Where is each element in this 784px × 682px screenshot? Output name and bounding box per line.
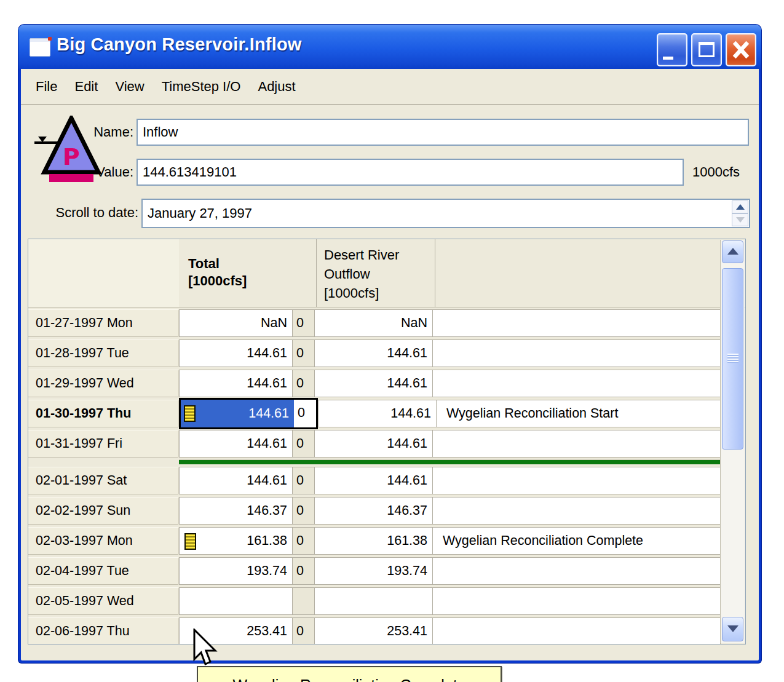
date-cell[interactable]: 01-30-1997 Thu xyxy=(28,400,179,427)
menu-edit[interactable]: Edit xyxy=(66,75,106,98)
total-cell[interactable]: 144.61 xyxy=(179,339,292,367)
flag-cell[interactable]: 0 xyxy=(292,309,314,337)
flag-cell[interactable]: 0 xyxy=(292,339,314,367)
note-cell[interactable]: Wygelian Reconciliation Start xyxy=(436,400,721,427)
page: { "window": { "title": "Big Canyon Reser… xyxy=(0,0,784,682)
desert-cell[interactable]: 193.74 xyxy=(314,557,432,585)
scrollbar-down-button[interactable] xyxy=(722,617,743,641)
total-cell[interactable] xyxy=(179,587,292,615)
desert-cell[interactable]: 144.61 xyxy=(314,370,432,397)
flag-cell[interactable]: 0 xyxy=(294,400,316,427)
menu-adjust[interactable]: Adjust xyxy=(249,75,304,98)
date-cell[interactable]: 01-27-1997 Mon xyxy=(28,309,179,337)
scroll-to-date-label: Scroll to date: xyxy=(30,205,138,221)
flag-cell[interactable] xyxy=(292,587,314,615)
flag-cell[interactable]: 0 xyxy=(292,617,314,644)
desert-cell[interactable]: 253.41 xyxy=(314,617,432,644)
close-icon xyxy=(727,34,755,65)
date-cell[interactable]: 02-04-1997 Tue xyxy=(28,557,179,585)
date-cell[interactable]: 02-01-1997 Sat xyxy=(28,467,179,494)
table-row: 02-05-1997 Wed xyxy=(28,587,721,615)
units-label: 1000cfs xyxy=(692,164,740,180)
desert-cell[interactable]: 144.61 xyxy=(314,430,432,458)
note-cell[interactable] xyxy=(432,557,721,585)
note-cell[interactable] xyxy=(432,339,721,367)
up-arrow-icon xyxy=(736,204,745,210)
total-cell[interactable]: 144.61 xyxy=(179,467,292,494)
table-row: 01-31-1997 Fri 144.61 0 144.61 xyxy=(28,430,721,458)
minimize-button[interactable] xyxy=(657,33,687,66)
total-cell[interactable]: 193.74 xyxy=(179,557,292,585)
scrollbar-grip xyxy=(727,354,738,363)
date-column-header[interactable] xyxy=(28,239,179,307)
menu-view[interactable]: View xyxy=(106,75,152,98)
scroll-to-date-input[interactable] xyxy=(141,199,750,228)
desert-cell[interactable]: 146.37 xyxy=(314,497,432,525)
note-cell[interactable]: Wygelian Reconciliation Complete xyxy=(432,527,721,555)
note-cell[interactable] xyxy=(432,309,721,337)
total-cell[interactable]: 161.38 xyxy=(179,527,292,555)
desert-cell[interactable]: 161.38 xyxy=(314,527,432,555)
flag-cell[interactable]: 0 xyxy=(292,497,314,525)
total-cell[interactable]: 146.37 xyxy=(179,497,292,525)
flag-cell[interactable]: 0 xyxy=(292,557,314,585)
table-row-selected: 01-30-1997 Thu 144.61 0 144.61 Wygelian … xyxy=(28,400,721,427)
menu-file[interactable]: File xyxy=(27,75,66,98)
date-cell[interactable]: 02-05-1997 Wed xyxy=(28,587,179,615)
date-cell[interactable]: 02-06-1997 Thu xyxy=(28,617,179,644)
flag-cell[interactable]: 0 xyxy=(292,430,314,458)
maximize-button[interactable] xyxy=(691,33,722,66)
desert-cell[interactable]: 144.61 xyxy=(318,400,436,427)
note-cell[interactable] xyxy=(432,497,721,525)
desert-cell[interactable]: 144.61 xyxy=(314,339,432,367)
total-cell[interactable]: 144.61 xyxy=(179,430,292,458)
note-cell[interactable] xyxy=(432,587,721,615)
value-label: Value: xyxy=(46,164,133,180)
window-title: Big Canyon Reservoir.Inflow xyxy=(57,34,302,55)
close-button[interactable] xyxy=(726,33,756,66)
desert-cell[interactable]: NaN xyxy=(314,309,432,337)
scrollbar-thumb[interactable] xyxy=(722,268,743,450)
total-cell[interactable]: 144.61 xyxy=(179,370,292,397)
vertical-scrollbar[interactable] xyxy=(720,240,745,643)
total-cell[interactable]: NaN xyxy=(179,309,292,337)
table-row: 02-06-1997 Thu 253.41 0 253.41 xyxy=(28,617,721,644)
desert-cell[interactable]: 144.61 xyxy=(314,467,432,494)
name-label: Name: xyxy=(46,124,133,140)
minimize-icon xyxy=(663,57,673,60)
value-input[interactable] xyxy=(137,159,684,186)
note-cell[interactable] xyxy=(432,430,721,458)
spinner-up-button[interactable] xyxy=(732,200,748,213)
note-icon[interactable] xyxy=(184,405,196,422)
menu-timestep-io[interactable]: TimeStep I/O xyxy=(153,75,250,98)
note-cell[interactable] xyxy=(432,370,721,397)
table-row: 02-04-1997 Tue 193.74 0 193.74 xyxy=(28,557,721,585)
desert-river-column-header[interactable]: Desert River Outflow [1000cfs] xyxy=(316,239,435,307)
date-cell[interactable]: 02-03-1997 Mon xyxy=(28,527,179,555)
selected-cell-outline[interactable]: 144.61 0 xyxy=(179,398,318,429)
date-cell[interactable]: 01-31-1997 Fri xyxy=(28,430,179,458)
maximize-icon xyxy=(699,42,715,57)
date-cell[interactable]: 02-02-1997 Sun xyxy=(28,497,179,525)
flag-cell[interactable]: 0 xyxy=(292,527,314,555)
note-cell[interactable] xyxy=(432,467,721,494)
down-arrow-icon xyxy=(736,217,745,223)
mouse-cursor-icon xyxy=(192,628,218,668)
desert-cell[interactable] xyxy=(314,587,432,615)
scrollbar-up-button[interactable] xyxy=(722,240,743,263)
flag-cell[interactable]: 0 xyxy=(292,467,314,494)
flag-cell[interactable]: 0 xyxy=(292,370,314,397)
date-cell[interactable]: 01-29-1997 Wed xyxy=(28,370,179,397)
name-input[interactable] xyxy=(137,119,749,146)
total-cell-selected[interactable]: 144.61 xyxy=(181,400,294,427)
total-column-header[interactable]: Total [1000cfs] xyxy=(179,239,316,307)
window-icon xyxy=(30,37,52,57)
spinner-down-button[interactable] xyxy=(732,213,748,226)
note-icon[interactable] xyxy=(184,533,196,550)
date-cell[interactable]: 01-28-1997 Tue xyxy=(28,339,179,367)
header-filler xyxy=(435,239,745,307)
note-cell[interactable] xyxy=(432,617,721,644)
table-row: 02-02-1997 Sun 146.37 0 146.37 xyxy=(28,497,721,525)
date-spinner xyxy=(732,200,748,226)
titlebar[interactable]: Big Canyon Reservoir.Inflow xyxy=(18,25,761,69)
